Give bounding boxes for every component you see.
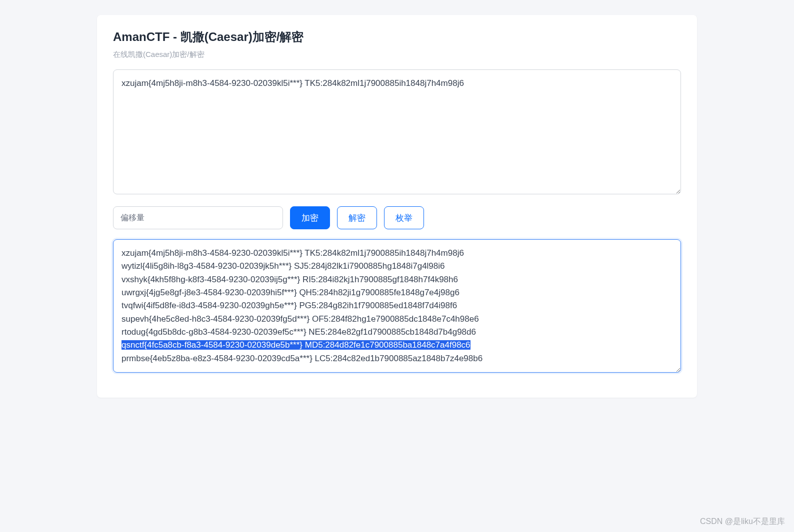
decrypt-button[interactable]: 解密 [337, 206, 377, 229]
output-line: qsnctf{4fc5a8cb-f8a3-4584-9230-02039de5b… [122, 339, 672, 352]
offset-input[interactable] [113, 206, 283, 229]
output-line: uwrgxj{4jg5e8gf-j8e3-4584-9230-02039hi5f… [122, 286, 672, 299]
page-subtitle: 在线凯撒(Caesar)加密/解密 [113, 50, 681, 59]
output-line: prmbse{4eb5z8ba-e8z3-4584-9230-02039cd5a… [122, 352, 672, 365]
output-line: rtodug{4gd5b8dc-g8b3-4584-9230-02039ef5c… [122, 326, 672, 339]
output-line: xzujam{4mj5h8ji-m8h3-4584-9230-02039kl5i… [122, 247, 672, 260]
page-title: AmanCTF - 凯撒(Caesar)加密/解密 [113, 29, 681, 45]
enumerate-button[interactable]: 枚举 [384, 206, 424, 229]
encrypt-button[interactable]: 加密 [290, 206, 330, 229]
output-line: vxshyk{4kh5f8hg-k8f3-4584-9230-02039ij5g… [122, 273, 672, 286]
tool-card: AmanCTF - 凯撒(Caesar)加密/解密 在线凯撒(Caesar)加密… [97, 15, 697, 398]
input-textarea[interactable] [113, 69, 681, 194]
output-textarea[interactable]: xzujam{4mj5h8ji-m8h3-4584-9230-02039kl5i… [113, 239, 681, 373]
output-line: supevh{4he5c8ed-h8c3-4584-9230-02039fg5d… [122, 313, 672, 326]
highlighted-result: qsnctf{4fc5a8cb-f8a3-4584-9230-02039de5b… [122, 340, 470, 350]
output-line: tvqfwi{4if5d8fe-i8d3-4584-9230-02039gh5e… [122, 299, 672, 312]
controls-row: 加密 解密 枚举 [113, 206, 681, 229]
output-line: wytizl{4li5g8ih-l8g3-4584-9230-02039jk5h… [122, 260, 672, 273]
